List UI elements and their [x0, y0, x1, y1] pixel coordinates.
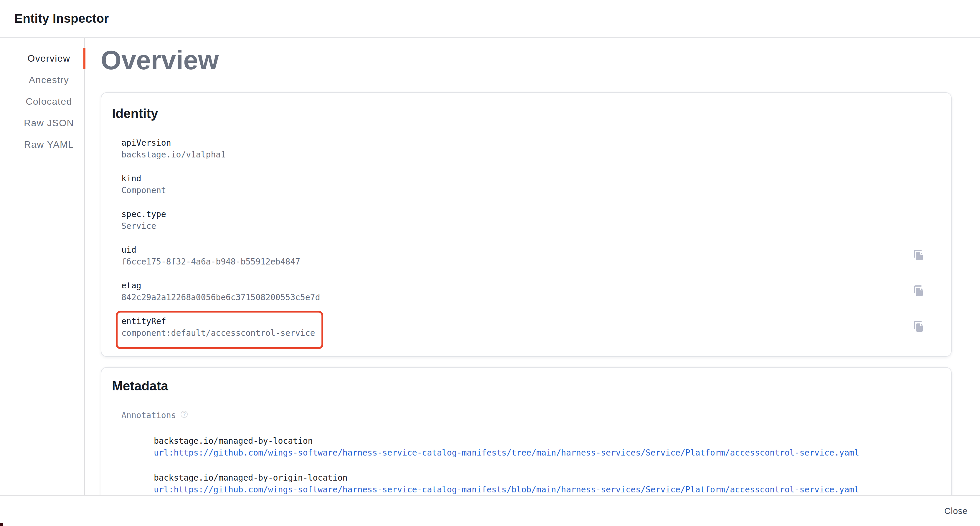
tab-raw-json[interactable]: Raw JSON — [0, 112, 84, 134]
identity-card: Identity apiVersion backstage.io/v1alpha… — [101, 92, 952, 357]
cursor-artifact — [0, 523, 3, 526]
annotation-key: backstage.io/managed-by-location — [154, 435, 924, 447]
active-tab-indicator — [83, 48, 86, 69]
tab-colocated[interactable]: Colocated — [0, 91, 84, 112]
field-value: Service — [121, 220, 166, 232]
field-value: f6cce175-8f32-4a6a-b948-b55912eb4847 — [121, 256, 300, 268]
field-label: apiVersion — [121, 137, 226, 149]
close-button[interactable]: Close — [940, 504, 972, 518]
help-icon[interactable]: ? — [181, 411, 188, 418]
page-title: Overview — [101, 45, 952, 75]
copy-uid-button[interactable] — [912, 248, 924, 261]
field-row-apiversion: apiVersion backstage.io/v1alpha1 — [121, 137, 924, 161]
dialog-footer: Close — [0, 495, 980, 526]
metadata-card: Metadata Annotations ? backstage.io/mana… — [101, 367, 952, 495]
tab-overview[interactable]: Overview — [0, 48, 84, 69]
field-label: spec.type — [121, 209, 166, 220]
highlight-ring: entityRef component:default/accesscontro… — [116, 311, 323, 349]
field-label: kind — [121, 173, 166, 185]
metadata-card-title: Metadata — [112, 378, 924, 394]
annotations-label: Annotations — [121, 410, 176, 421]
annotation-key: backstage.io/managed-by-origin-location — [154, 472, 924, 484]
copy-etag-button[interactable] — [912, 284, 924, 296]
copy-icon — [912, 284, 924, 296]
annotation-managed-by-location: backstage.io/managed-by-location url:htt… — [154, 435, 924, 459]
field-value: component:default/accesscontrol-service — [121, 327, 315, 339]
dialog-header: Entity Inspector — [0, 0, 980, 38]
dialog-content: Overview Ancestry Colocated Raw JSON Raw… — [0, 38, 980, 495]
field-value: backstage.io/v1alpha1 — [121, 149, 226, 161]
annotations-label-row: Annotations ? — [121, 410, 924, 421]
field-value: 842c29a2a12268a0056be6c371508200553c5e7d — [121, 292, 320, 303]
identity-fields: apiVersion backstage.io/v1alpha1 kind Co… — [121, 137, 924, 339]
annotation-value-link[interactable]: url:https://github.com/wings-software/ha… — [154, 447, 924, 459]
copy-entityref-button[interactable] — [912, 319, 924, 332]
field-label: entityRef — [121, 316, 315, 327]
annotations-list: backstage.io/managed-by-location url:htt… — [154, 435, 924, 495]
field-row-entityref: entityRef component:default/accesscontro… — [121, 316, 924, 339]
field-row-spec-type: spec.type Service — [121, 209, 924, 232]
annotation-managed-by-origin-location: backstage.io/managed-by-origin-location … — [154, 472, 924, 495]
identity-card-title: Identity — [112, 106, 924, 121]
tab-ancestry[interactable]: Ancestry — [0, 69, 84, 91]
field-row-kind: kind Component — [121, 173, 924, 196]
field-label: etag — [121, 280, 320, 292]
copy-icon — [912, 248, 924, 261]
annotation-value-link[interactable]: url:https://github.com/wings-software/ha… — [154, 484, 924, 495]
field-label: uid — [121, 244, 300, 256]
tab-sidebar: Overview Ancestry Colocated Raw JSON Raw… — [0, 38, 85, 495]
dialog-title: Entity Inspector — [14, 11, 109, 26]
field-value: Component — [121, 185, 166, 196]
overview-panel: Overview Identity apiVersion backstage.i… — [85, 38, 980, 495]
field-row-etag: etag 842c29a2a12268a0056be6c371508200553… — [121, 280, 924, 303]
field-row-uid: uid f6cce175-8f32-4a6a-b948-b55912eb4847 — [121, 244, 924, 268]
tab-raw-yaml[interactable]: Raw YAML — [0, 134, 84, 155]
copy-icon — [912, 319, 924, 332]
